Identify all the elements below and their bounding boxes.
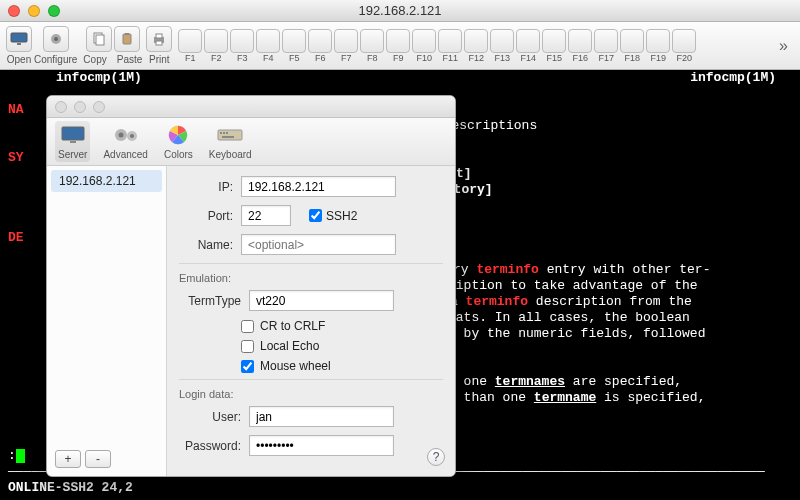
user-input[interactable] [249, 406, 394, 427]
ip-label: IP: [179, 180, 241, 194]
tab-server[interactable]: Server [55, 121, 90, 162]
fkey-f16[interactable] [568, 29, 592, 53]
settings-titlebar[interactable] [47, 96, 455, 118]
desc-l8b: is specified, [596, 390, 705, 405]
fkey-f17[interactable] [594, 29, 618, 53]
svg-point-3 [54, 37, 58, 41]
fkey-f3[interactable] [230, 29, 254, 53]
fkey-f9[interactable] [386, 29, 410, 53]
termtype-input[interactable] [249, 290, 394, 311]
fkey-f11[interactable] [438, 29, 462, 53]
fkey-f7[interactable] [334, 29, 358, 53]
svg-rect-11 [62, 127, 84, 140]
fkey-label: F14 [521, 53, 537, 63]
mouse-checkbox[interactable] [241, 360, 254, 373]
svg-rect-1 [17, 43, 21, 45]
ssh2-checkbox[interactable] [309, 209, 322, 222]
fkey-label: F9 [393, 53, 404, 63]
fkey-label: F2 [211, 53, 222, 63]
print-button[interactable] [146, 26, 172, 52]
minimize-icon[interactable] [28, 5, 40, 17]
fkey-f6[interactable] [308, 29, 332, 53]
fkey-label: F3 [237, 53, 248, 63]
tab-keyboard-label: Keyboard [209, 149, 252, 160]
tab-colors[interactable]: Colors [161, 121, 196, 162]
fkey-f5[interactable] [282, 29, 306, 53]
print-label: Print [149, 54, 170, 65]
paste-label: Paste [117, 54, 143, 65]
settings-toolbar: Server Advanced Colors Keyboard [47, 118, 455, 166]
tab-advanced-label: Advanced [103, 149, 147, 160]
window-title: 192.168.2.121 [358, 3, 441, 18]
fkey-f13[interactable] [490, 29, 514, 53]
toolbar-overflow-icon[interactable]: » [773, 37, 794, 55]
svg-rect-6 [123, 34, 131, 44]
traffic-lights [8, 5, 60, 17]
tab-advanced[interactable]: Advanced [100, 121, 150, 162]
window-titlebar: 192.168.2.121 [0, 0, 800, 22]
desc-l7b: are specified, [565, 374, 682, 389]
minimize-icon[interactable] [74, 101, 86, 113]
svg-rect-10 [156, 41, 162, 45]
name-label: Name: [179, 238, 241, 252]
termtype-label: TermType [179, 294, 249, 308]
ip-input[interactable] [241, 176, 396, 197]
section-description: DE [8, 230, 24, 245]
password-input[interactable] [249, 435, 394, 456]
svg-rect-19 [220, 132, 222, 134]
copy-button[interactable] [86, 26, 112, 52]
fkey-f12[interactable] [464, 29, 488, 53]
tab-keyboard[interactable]: Keyboard [206, 121, 255, 162]
configure-button[interactable] [43, 26, 69, 52]
emulation-section: Emulation: [179, 272, 443, 284]
fkey-f18[interactable] [620, 29, 644, 53]
server-form: IP: Port: SSH2 Name: Emulation: TermType… [167, 166, 455, 476]
remove-server-button[interactable]: - [85, 450, 111, 468]
fkey-f14[interactable] [516, 29, 540, 53]
close-icon[interactable] [8, 5, 20, 17]
add-server-button[interactable]: + [55, 450, 81, 468]
desc-l4: mats. In all cases, the boolean [448, 310, 690, 325]
configure-label: Configure [34, 54, 77, 65]
section-synopsis: SY [8, 150, 24, 165]
termnames: termnames [495, 374, 565, 389]
fkey-f8[interactable] [360, 29, 384, 53]
help-button[interactable]: ? [427, 448, 445, 466]
fkey-label: F18 [625, 53, 641, 63]
fkey-f4[interactable] [256, 29, 280, 53]
svg-rect-21 [226, 132, 228, 134]
paste-icon [119, 31, 135, 47]
fkey-f15[interactable] [542, 29, 566, 53]
user-label: User: [179, 410, 249, 424]
svg-point-14 [118, 133, 123, 138]
echo-checkbox[interactable] [241, 340, 254, 353]
cr-checkbox[interactable] [241, 320, 254, 333]
zoom-icon[interactable] [93, 101, 105, 113]
fkey-label: F11 [443, 53, 459, 63]
fkey-label: F13 [495, 53, 511, 63]
svg-rect-0 [11, 33, 27, 42]
fkey-f10[interactable] [412, 29, 436, 53]
name-input[interactable] [241, 234, 396, 255]
fkey-label: F8 [367, 53, 378, 63]
fkey-label: F7 [341, 53, 352, 63]
close-icon[interactable] [55, 101, 67, 113]
svg-rect-5 [96, 35, 104, 45]
terminfo-2: terminfo [466, 294, 528, 309]
desc-l1b: entry with other ter- [539, 262, 711, 277]
open-button[interactable] [6, 26, 32, 52]
server-list-item[interactable]: 192.168.2.121 [51, 170, 162, 192]
fkey-f19[interactable] [646, 29, 670, 53]
paste-button[interactable] [114, 26, 140, 52]
fkey-f1[interactable] [178, 29, 202, 53]
fkey-f2[interactable] [204, 29, 228, 53]
fkey-label: F1 [185, 53, 196, 63]
port-input[interactable] [241, 205, 291, 226]
zoom-icon[interactable] [48, 5, 60, 17]
desc-l2: ription to take advantage of the [448, 278, 698, 293]
fkey-f20[interactable] [672, 29, 696, 53]
ssh2-label: SSH2 [326, 209, 357, 223]
fkey-label: F4 [263, 53, 274, 63]
prompt-colon: : [8, 448, 16, 463]
fkey-label: F20 [677, 53, 693, 63]
